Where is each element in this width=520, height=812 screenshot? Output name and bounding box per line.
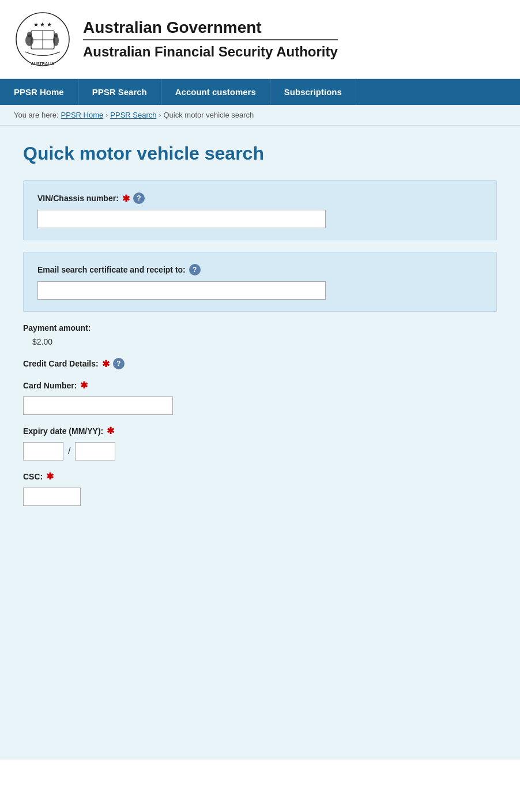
vin-label: VIN/Chassis number: ✱ ? (37, 192, 483, 204)
email-section: Email search certificate and receipt to:… (23, 252, 497, 312)
breadcrumb-current: Quick motor vehicle search (164, 111, 254, 119)
payment-section: Payment amount: $2.00 (23, 323, 497, 346)
page-title: Quick motor vehicle search (23, 143, 497, 164)
expiry-slash: / (68, 446, 70, 456)
breadcrumb: You are here: PPSR Home › PPSR Search › … (0, 105, 520, 126)
breadcrumb-prefix: You are here: (14, 111, 59, 119)
card-number-label-text: Card Number: (23, 381, 77, 390)
card-number-input[interactable] (23, 396, 173, 415)
expiry-row: / (23, 442, 497, 460)
vin-label-text: VIN/Chassis number: (37, 194, 119, 203)
header: ★ ★ ★ AUSTRALIA Australian Government Au… (0, 0, 520, 79)
vin-section: VIN/Chassis number: ✱ ? (23, 180, 497, 240)
csc-required-star: ✱ (46, 471, 54, 482)
nav-item-account-customers[interactable]: Account customers (161, 79, 270, 105)
logo-text: Australian Government Australian Financi… (83, 18, 338, 61)
svg-point-7 (54, 33, 58, 37)
svg-text:AUSTRALIA: AUSTRALIA (31, 62, 54, 66)
nav-item-ppsr-search[interactable]: PPSR Search (78, 79, 161, 105)
csc-input[interactable] (23, 488, 81, 506)
nav-item-subscriptions[interactable]: Subscriptions (270, 79, 356, 105)
crest-icon: ★ ★ ★ AUSTRALIA (14, 10, 71, 68)
card-number-required-star: ✱ (80, 380, 88, 391)
expiry-year-input[interactable] (75, 442, 115, 460)
vin-input[interactable] (37, 210, 326, 228)
main-content: Quick motor vehicle search VIN/Chassis n… (0, 126, 520, 760)
breadcrumb-sep-1: › (105, 111, 108, 119)
cc-label-text: Credit Card Details: (23, 359, 99, 368)
csc-label-text: CSC: (23, 472, 43, 481)
nav-bar: PPSR Home PPSR Search Account customers … (0, 79, 520, 105)
breadcrumb-sep-2: › (159, 111, 161, 119)
card-number-label: Card Number: ✱ (23, 380, 497, 391)
expiry-required-star: ✱ (107, 425, 114, 436)
email-label: Email search certificate and receipt to:… (37, 264, 483, 275)
card-number-section: Card Number: ✱ (23, 380, 497, 415)
agency-name-line2: Australian Financial Security Authority (83, 39, 338, 61)
credit-card-section: Credit Card Details: ✱ ? Card Number: ✱ … (23, 358, 497, 506)
breadcrumb-link-ppsr-home[interactable]: PPSR Home (61, 111, 104, 119)
csc-label: CSC: ✱ (23, 471, 497, 482)
cc-required-star: ✱ (102, 358, 110, 369)
logo-area: ★ ★ ★ AUSTRALIA Australian Government Au… (14, 10, 338, 68)
payment-amount-value: $2.00 (23, 337, 497, 346)
email-input[interactable] (37, 281, 326, 300)
expiry-section: Expiry date (MM/YY): ✱ / (23, 425, 497, 460)
email-help-icon[interactable]: ? (189, 264, 201, 275)
nav-item-ppsr-home[interactable]: PPSR Home (0, 79, 78, 105)
breadcrumb-link-ppsr-search[interactable]: PPSR Search (110, 111, 156, 119)
cc-help-icon[interactable]: ? (113, 358, 125, 369)
svg-point-5 (27, 32, 32, 37)
csc-section: CSC: ✱ (23, 471, 497, 506)
expiry-label-text: Expiry date (MM/YY): (23, 426, 103, 436)
cc-label: Credit Card Details: ✱ ? (23, 358, 497, 369)
agency-name-line1: Australian Government (83, 18, 338, 37)
email-label-text: Email search certificate and receipt to: (37, 265, 186, 274)
vin-required-star: ✱ (122, 193, 130, 204)
svg-text:★ ★ ★: ★ ★ ★ (33, 21, 52, 28)
vin-help-icon[interactable]: ? (133, 192, 145, 204)
expiry-month-input[interactable] (23, 442, 63, 460)
payment-label: Payment amount: (23, 323, 497, 333)
expiry-label: Expiry date (MM/YY): ✱ (23, 425, 497, 436)
